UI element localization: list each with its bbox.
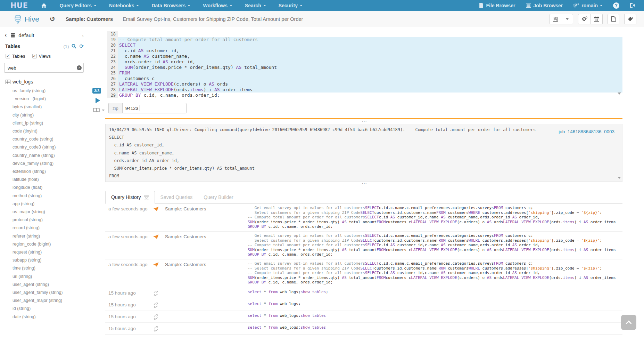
column-item[interactable]: method (string) xyxy=(13,192,88,200)
search-icon[interactable] xyxy=(72,44,76,49)
table-search-input[interactable] xyxy=(4,63,84,73)
column-item[interactable]: url (string) xyxy=(13,273,88,281)
history-row[interactable]: a few seconds agoSample: Customers-- Get… xyxy=(105,259,622,287)
column-item[interactable]: bytes (smallint) xyxy=(13,103,88,111)
column-item[interactable]: client_ip (string) xyxy=(13,119,88,127)
scroll-to-top-button[interactable] xyxy=(621,315,636,330)
query-assist-toggle[interactable] xyxy=(93,108,105,113)
save-button[interactable] xyxy=(550,14,561,24)
column-item[interactable]: country_code3 (string) xyxy=(13,143,88,151)
statement-counter-badge[interactable]: 3/3 xyxy=(92,88,101,94)
sql-editor[interactable]: 1819-- Compute total amount per order fo… xyxy=(107,31,622,98)
code-token: c.id xyxy=(379,271,390,275)
history-row[interactable]: 15 hours agoselect * from web_logs; xyxy=(105,299,622,311)
column-item[interactable]: time (string) xyxy=(13,264,88,272)
code-token: customers.id,customers.name xyxy=(374,238,436,243)
save-button-group xyxy=(550,14,573,24)
log-line: c.id AS customer_id, xyxy=(109,141,619,149)
refresh-icon[interactable]: ⟳ xyxy=(79,43,84,49)
table-item-web-logs[interactable]: web_logs xyxy=(6,79,84,85)
variable-zip-input[interactable] xyxy=(122,103,187,113)
tab-saved-queries[interactable]: Saved Queries xyxy=(155,191,198,203)
home-button[interactable] xyxy=(41,3,47,8)
code-token: (ords. xyxy=(549,220,563,224)
column-item[interactable]: latitude (float) xyxy=(13,176,88,184)
nav-menu-notebooks[interactable]: Notebooks xyxy=(109,3,139,8)
logout-button[interactable] xyxy=(630,3,638,8)
editor-scrollbar-arrow[interactable] xyxy=(618,93,621,95)
code-token: ; xyxy=(600,210,602,215)
history-row[interactable]: 15 hours agoselect * from web_logs;show … xyxy=(105,323,622,335)
help-button[interactable]: ? xyxy=(613,2,619,9)
collapse-panel-icon[interactable]: ‹ xyxy=(82,32,84,38)
history-row[interactable]: 15 hours agoselect * from web_logs;show … xyxy=(105,287,622,299)
column-item[interactable]: country_code (string) xyxy=(13,135,88,143)
column-item[interactable]: os_major (string) xyxy=(13,208,88,216)
column-item[interactable]: date (string) xyxy=(13,313,88,321)
job-browser-button[interactable]: Job Browser xyxy=(526,3,563,8)
nav-menu-label: Workflows xyxy=(203,3,228,8)
log-scrollbar-arrow[interactable] xyxy=(618,177,621,179)
back-icon[interactable]: ‹ xyxy=(5,32,7,38)
nav-menu-data-browsers[interactable]: Data Browsers xyxy=(151,3,190,8)
history-row[interactable]: a few seconds agoSample: Customers-- Get… xyxy=(105,204,622,232)
column-item[interactable]: app (string) xyxy=(13,200,88,208)
new-document-button[interactable] xyxy=(608,14,619,24)
column-item[interactable]: user_agent_family (string) xyxy=(13,289,88,297)
column-item[interactable]: os_family (string) xyxy=(13,87,88,95)
column-item[interactable]: code (tinyint) xyxy=(13,127,88,135)
save-dropdown-button[interactable] xyxy=(561,14,573,24)
column-item[interactable]: city (string) xyxy=(13,111,88,119)
file-browser-button[interactable]: File Browser xyxy=(479,3,515,8)
nav-menu-label: Query Editors xyxy=(59,3,92,8)
column-item[interactable]: device_family (string) xyxy=(13,160,88,168)
nav-menu-query-editors[interactable]: Query Editors xyxy=(59,3,97,8)
column-item[interactable]: longitude (float) xyxy=(13,184,88,192)
query-title[interactable]: Sample: Customers xyxy=(66,16,113,22)
tab-query-builder[interactable]: Query Builder xyxy=(198,191,239,203)
nav-menu-search[interactable]: Search xyxy=(245,3,266,8)
column-item[interactable]: _version_ (bigint) xyxy=(13,95,88,103)
clear-search-icon[interactable]: × xyxy=(77,65,82,70)
history-sql-line: select * from web_logs;show tables xyxy=(248,313,622,318)
tags-button[interactable] xyxy=(624,14,636,24)
execute-button[interactable] xyxy=(96,98,100,103)
tables-checkbox[interactable]: ✓ xyxy=(6,54,10,58)
code-token: -- Get email survey opt-in values for al… xyxy=(248,206,365,210)
schedule-button[interactable] xyxy=(591,14,603,24)
column-item[interactable]: extension (string) xyxy=(13,168,88,176)
column-item[interactable]: user_agent (string) xyxy=(13,281,88,289)
gears-icon xyxy=(573,3,581,8)
column-item[interactable]: referer (string) xyxy=(13,232,88,240)
query-history-icon[interactable]: ↺ xyxy=(50,15,55,23)
column-item[interactable]: record (string) xyxy=(13,224,88,232)
column-item[interactable]: region_code (bigint) xyxy=(13,240,88,248)
history-row[interactable]: 15 hours agoselect * from web_logs;show … xyxy=(105,311,622,323)
code-token: select xyxy=(248,302,262,306)
code-token: GROUP BY xyxy=(248,280,266,284)
code-token: LATERAL VIEW EXPLODE xyxy=(503,248,549,252)
code-token: AS xyxy=(214,87,220,92)
column-item[interactable]: subapp (string) xyxy=(13,256,88,264)
resize-handle[interactable]: ⋯ xyxy=(362,180,367,186)
code-token: -- Get email survey opt-in values for al… xyxy=(248,233,365,238)
column-item[interactable]: country_name (string) xyxy=(13,152,88,160)
column-item[interactable]: protocol (string) xyxy=(13,216,88,224)
hue-logo[interactable]: HUE xyxy=(10,1,28,10)
history-row[interactable]: a few seconds agoSample: Customers-- Get… xyxy=(105,232,622,259)
user-menu[interactable]: romain xyxy=(573,3,603,8)
views-checkbox[interactable]: ✓ xyxy=(32,54,37,58)
tab-query-history[interactable]: Query History xyxy=(105,191,155,204)
nav-menu-workflows[interactable]: Workflows xyxy=(203,3,232,8)
nav-menu-security[interactable]: Security xyxy=(279,3,303,8)
column-item[interactable]: user_agent_major (string) xyxy=(13,297,88,305)
hive-app-block[interactable]: Hive xyxy=(13,14,39,24)
history-row[interactable]: 15 hours agoselect * from web_logs;show … xyxy=(105,335,622,337)
column-item[interactable]: request (string) xyxy=(13,248,88,256)
column-item[interactable]: id (string) xyxy=(13,305,88,313)
database-name[interactable]: default xyxy=(18,32,34,38)
code-token: SELECT xyxy=(365,215,379,219)
query-description: Email Survey Opt-Ins, Customers for Ship… xyxy=(123,16,303,22)
job-link[interactable]: job_1461888648136_0003 xyxy=(559,129,614,134)
settings-button[interactable] xyxy=(578,14,591,24)
